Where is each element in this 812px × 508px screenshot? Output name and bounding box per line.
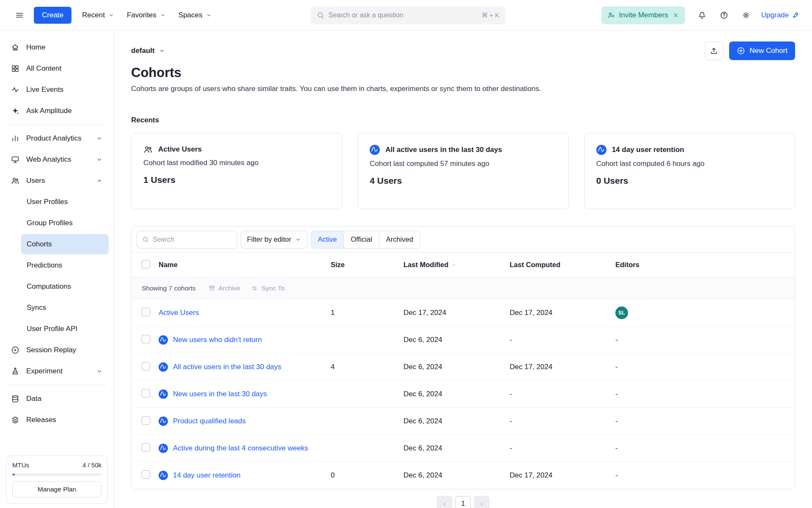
cell-modified: Dec 6, 2024 [403, 390, 510, 398]
sidebar-item-session-replay[interactable]: Session Replay [5, 340, 109, 360]
manage-plan-button[interactable]: Manage Plan [12, 481, 102, 497]
sidebar-item-all-content[interactable]: All Content [5, 58, 109, 79]
new-cohort-button[interactable]: New Cohort [729, 41, 795, 60]
row-checkbox-cell [142, 335, 159, 345]
prev-page-button[interactable]: ‹ [437, 496, 452, 508]
row-checkbox[interactable] [142, 416, 150, 425]
row-checkbox[interactable] [142, 470, 150, 479]
tab-archived[interactable]: Archived [379, 231, 420, 248]
sidebar-item-live-events[interactable]: Live Events [5, 80, 109, 100]
sidebar-child-label: User Profile API [27, 325, 77, 333]
sidebar-item-user-profiles[interactable]: User Profiles [21, 192, 109, 212]
cell-size-value: 4 [331, 363, 335, 371]
sidebar-nav: HomeAll ContentLive EventsAsk AmplitudeP… [5, 37, 109, 431]
sidebar-item-label: Home [26, 43, 45, 52]
sidebar-item-users[interactable]: Users [5, 171, 109, 191]
global-search-input[interactable] [329, 11, 477, 19]
upgrade-button[interactable]: Upgrade [760, 11, 801, 19]
cell-modified-value: Dec 17, 2024 [403, 309, 446, 317]
table-search-input[interactable] [153, 236, 232, 243]
cohort-name-cell: All active users in the last 30 days [159, 362, 331, 372]
settings-button[interactable] [738, 7, 754, 24]
amplitude-icon [159, 444, 168, 453]
cohort-name-link[interactable]: Product qualified leads [173, 417, 246, 425]
sidebar-item-data[interactable]: Data [5, 389, 109, 409]
select-all-checkbox[interactable] [142, 260, 150, 268]
page-actions: New Cohort [705, 41, 795, 60]
next-page-button[interactable]: › [474, 496, 489, 508]
column-name[interactable]: Name [159, 261, 331, 269]
close-icon[interactable] [672, 12, 679, 19]
table-toolbar: Filter by editor ActiveOfficialArchived [132, 226, 795, 253]
cohort-name-cell: Active during the last 4 consecutive wee… [159, 444, 331, 453]
cohort-name-link[interactable]: Active Users [159, 309, 199, 317]
sidebar-item-syncs[interactable]: Syncs [21, 298, 109, 318]
archive-button[interactable]: Archive [208, 284, 241, 292]
sidebar-item-label: Live Events [26, 86, 63, 94]
tab-active[interactable]: Active [311, 231, 344, 248]
sidebar-item-label: Experiment [26, 367, 63, 375]
column-last-modified[interactable]: Last Modified [403, 261, 510, 269]
sidebar-item-home[interactable]: Home [5, 37, 109, 58]
amplitude-icon [159, 389, 168, 399]
sidebar-item-predictions[interactable]: Predictions [21, 255, 109, 276]
invite-members-button[interactable]: Invite Members [601, 6, 685, 24]
menu-recent[interactable]: Recent [76, 7, 121, 24]
global-search[interactable]: ⌘ + K [311, 6, 505, 24]
chevron-down-icon [96, 368, 103, 375]
cell-computed-value: Dec 17, 2024 [510, 363, 552, 371]
sidebar-item-product-analytics[interactable]: Product Analytics [5, 128, 109, 149]
cohort-name-link[interactable]: New users in the last 30 days [173, 390, 267, 398]
filter-by-editor-button[interactable]: Filter by editor [241, 231, 307, 248]
sidebar-item-group-profiles[interactable]: Group Profiles [21, 213, 109, 233]
sidebar-item-releases[interactable]: Releases [5, 410, 109, 430]
sync-to-button[interactable]: Sync To [251, 284, 285, 292]
menu-spaces[interactable]: Spaces [172, 7, 218, 24]
row-checkbox[interactable] [142, 389, 150, 398]
cell-modified-value: Dec 6, 2024 [403, 471, 442, 479]
sidebar-item-web-analytics[interactable]: Web Analytics [5, 149, 109, 170]
sidebar-item-cohorts[interactable]: Cohorts [21, 234, 109, 254]
sidebar-item-user-profile-api[interactable]: User Profile API [21, 319, 109, 339]
pagination: ‹ 1 › [131, 496, 795, 508]
editor-avatar[interactable]: SL [615, 306, 628, 319]
table-search[interactable] [137, 231, 237, 248]
cell-size: 0 [331, 471, 403, 480]
archive-icon [208, 285, 215, 292]
workspace-selector[interactable]: default [131, 47, 165, 55]
cell-modified-value: Dec 6, 2024 [403, 336, 442, 344]
column-last-computed[interactable]: Last Computed [510, 261, 615, 269]
column-editors[interactable]: Editors [615, 261, 785, 269]
recent-cohort-card[interactable]: Active UsersCohort last modified 30 minu… [131, 133, 342, 209]
table-summary: Showing 7 cohorts ArchiveSync To [132, 277, 795, 299]
notifications-button[interactable] [694, 7, 710, 24]
row-checkbox[interactable] [142, 443, 150, 452]
sidebar-item-label: Ask Amplitude [26, 107, 72, 115]
menu-favorites[interactable]: Favorites [121, 7, 172, 24]
export-button[interactable] [705, 41, 723, 60]
row-checkbox[interactable] [142, 308, 150, 316]
cohort-name-link[interactable]: 14 day user retention [173, 471, 241, 480]
upload-icon [710, 47, 718, 55]
page-number-button[interactable]: 1 [455, 496, 471, 508]
create-button[interactable]: Create [34, 7, 71, 24]
main-menu-button[interactable] [11, 7, 28, 24]
cell-editors: - [615, 471, 785, 480]
help-button[interactable] [716, 7, 732, 24]
tab-official[interactable]: Official [343, 231, 379, 248]
recents-heading: Recents [131, 116, 795, 124]
cohort-name-link[interactable]: Active during the last 4 consecutive wee… [173, 444, 308, 453]
cohort-name-link[interactable]: New users who didn't return [173, 336, 262, 344]
recent-cohort-card[interactable]: All active users in the last 30 daysCoho… [357, 133, 568, 209]
row-checkbox[interactable] [142, 335, 150, 343]
recent-cohort-card[interactable]: 14 day user retentionCohort last compute… [584, 133, 795, 209]
rocket-icon [792, 11, 799, 19]
sidebar-item-computations[interactable]: Computations [21, 276, 109, 297]
sidebar-item-ask-amplitude[interactable]: Ask Amplitude [5, 101, 109, 121]
cohort-name-link[interactable]: All active users in the last 30 days [173, 363, 281, 371]
column-size[interactable]: Size [331, 261, 403, 269]
sidebar-item-experiment[interactable]: Experiment [5, 361, 109, 381]
cell-editors: - [615, 444, 785, 453]
row-checkbox[interactable] [142, 362, 150, 370]
chevron-down-icon [108, 12, 114, 18]
